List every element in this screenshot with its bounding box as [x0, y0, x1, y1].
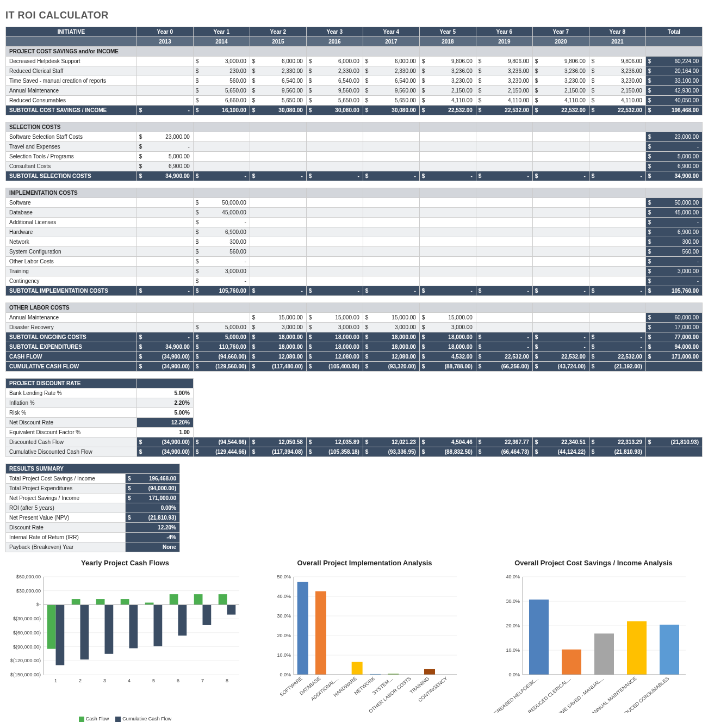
cell[interactable]	[476, 237, 532, 247]
cell[interactable]	[589, 218, 645, 227]
cell[interactable]: $3,230.00	[476, 76, 532, 86]
cell[interactable]	[306, 276, 363, 286]
cell[interactable]	[589, 227, 645, 237]
cell[interactable]	[306, 267, 363, 276]
cell[interactable]	[136, 96, 193, 106]
cell[interactable]	[193, 132, 250, 142]
cell[interactable]	[136, 76, 193, 86]
cell[interactable]	[476, 247, 532, 257]
cell[interactable]	[306, 247, 363, 257]
cell[interactable]	[419, 227, 476, 237]
cell[interactable]	[589, 208, 645, 218]
cell[interactable]	[419, 257, 476, 267]
discount-row-val[interactable]: 5.00%	[136, 388, 193, 398]
cell[interactable]: $6,660.00	[193, 96, 250, 106]
discount-row-val[interactable]: 12.20%	[136, 418, 193, 428]
cell[interactable]: $6,000.00	[306, 57, 363, 66]
cell[interactable]: $3,236.00	[532, 66, 589, 76]
cell[interactable]: $2,330.00	[306, 66, 363, 76]
cell[interactable]	[589, 237, 645, 247]
cell[interactable]	[250, 247, 306, 257]
cell[interactable]	[136, 257, 193, 267]
cell[interactable]: $6,900.00	[645, 162, 702, 171]
cell[interactable]	[306, 198, 363, 208]
cell[interactable]: $60,224.00	[645, 57, 702, 66]
cell[interactable]: $3,000.00	[306, 323, 363, 332]
cell[interactable]: $9,806.00	[589, 57, 645, 66]
cell[interactable]: $-	[193, 257, 250, 267]
cell[interactable]: $560.00	[193, 247, 250, 257]
cell[interactable]	[476, 276, 532, 286]
cell[interactable]: $6,540.00	[363, 76, 419, 86]
cell[interactable]	[532, 267, 589, 276]
cell[interactable]: $3,230.00	[589, 76, 645, 86]
cell[interactable]: $33,100.00	[645, 76, 702, 86]
discount-row-val[interactable]: 5.00%	[136, 408, 193, 418]
cell[interactable]: $3,000.00	[645, 267, 702, 276]
cell[interactable]	[532, 142, 589, 152]
cell[interactable]	[476, 198, 532, 208]
cell[interactable]	[419, 218, 476, 227]
cell[interactable]: $-	[645, 257, 702, 267]
cell[interactable]: $300.00	[193, 237, 250, 247]
cell[interactable]	[136, 313, 193, 323]
cell[interactable]	[476, 142, 532, 152]
cell[interactable]	[589, 198, 645, 208]
cell[interactable]	[136, 208, 193, 218]
cell[interactable]: $60,000.00	[645, 313, 702, 323]
cell[interactable]: $230.00	[193, 66, 250, 76]
cell[interactable]	[250, 218, 306, 227]
cell[interactable]	[419, 276, 476, 286]
cell[interactable]	[250, 237, 306, 247]
cell[interactable]: $3,230.00	[419, 76, 476, 86]
cell[interactable]: $2,150.00	[419, 86, 476, 96]
cell[interactable]	[589, 323, 645, 332]
cell[interactable]: $5,000.00	[193, 323, 250, 332]
cell[interactable]: $5,650.00	[363, 96, 419, 106]
cell[interactable]: $6,540.00	[250, 76, 306, 86]
cell[interactable]	[306, 132, 363, 142]
cell[interactable]	[476, 227, 532, 237]
cell[interactable]: $23,000.00	[645, 132, 702, 142]
cell[interactable]	[306, 218, 363, 227]
cell[interactable]	[532, 257, 589, 267]
cell[interactable]	[476, 218, 532, 227]
cell[interactable]: $3,236.00	[589, 66, 645, 76]
cell[interactable]: $4,110.00	[589, 96, 645, 106]
cell[interactable]	[136, 57, 193, 66]
cell[interactable]	[363, 276, 419, 286]
cell[interactable]	[532, 208, 589, 218]
cell[interactable]	[476, 323, 532, 332]
cell[interactable]	[363, 218, 419, 227]
cell[interactable]	[250, 132, 306, 142]
cell[interactable]	[306, 227, 363, 237]
cell[interactable]	[476, 152, 532, 162]
cell[interactable]: $3,000.00	[250, 323, 306, 332]
cell[interactable]	[532, 227, 589, 237]
cell[interactable]: $2,150.00	[532, 86, 589, 96]
cell[interactable]	[419, 237, 476, 247]
cell[interactable]	[476, 267, 532, 276]
cell[interactable]: $4,110.00	[532, 96, 589, 106]
cell[interactable]: $5,650.00	[250, 96, 306, 106]
cell[interactable]: $6,900.00	[136, 162, 193, 171]
cell[interactable]	[306, 208, 363, 218]
cell[interactable]	[193, 152, 250, 162]
cell[interactable]	[589, 132, 645, 142]
cell[interactable]: $3,000.00	[419, 323, 476, 332]
cell[interactable]	[136, 198, 193, 208]
cell[interactable]	[250, 162, 306, 171]
cell[interactable]: $50,000.00	[193, 198, 250, 208]
cell[interactable]: $6,900.00	[193, 227, 250, 237]
cell[interactable]	[476, 162, 532, 171]
cell[interactable]	[589, 257, 645, 267]
cell[interactable]	[136, 227, 193, 237]
cell[interactable]: $2,330.00	[250, 66, 306, 76]
cell[interactable]	[306, 257, 363, 267]
cell[interactable]	[363, 208, 419, 218]
cell[interactable]	[532, 218, 589, 227]
cell[interactable]: $20,164.00	[645, 66, 702, 76]
cell[interactable]	[532, 198, 589, 208]
cell[interactable]: $3,000.00	[193, 267, 250, 276]
cell[interactable]: $2,150.00	[589, 86, 645, 96]
